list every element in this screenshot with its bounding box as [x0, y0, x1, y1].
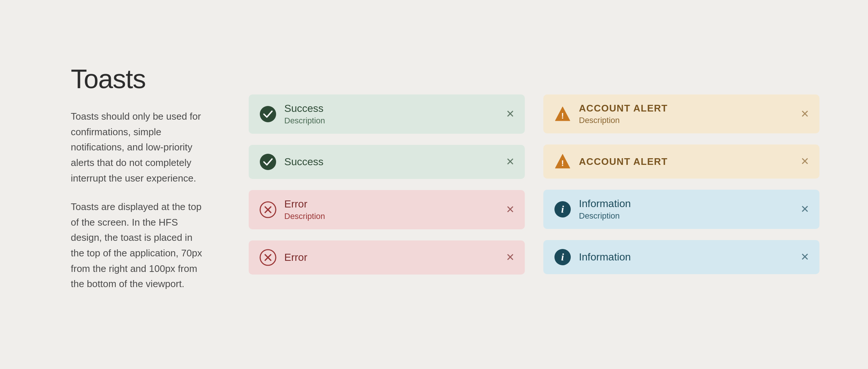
close-button[interactable]: ✕: [506, 157, 514, 167]
toast-description: Description: [579, 116, 668, 125]
toast-description: Description: [579, 211, 631, 221]
error-icon: [259, 249, 277, 266]
toast-information-no-description: i Information ✕: [543, 240, 819, 274]
toast-column-2: ! Account Alert Description ✕: [543, 94, 819, 275]
page-container: Toasts Toasts should only be used for co…: [26, 41, 842, 328]
toast-description: Description: [284, 116, 325, 126]
toast-title: Account Alert: [579, 156, 668, 167]
toast-content: Account Alert Description: [579, 103, 668, 125]
toast-left: Success: [259, 153, 324, 171]
svg-text:i: i: [561, 203, 564, 215]
toast-title: Success: [284, 103, 325, 114]
close-button[interactable]: ✕: [506, 109, 514, 119]
toast-left: Success Description: [259, 103, 325, 126]
close-button[interactable]: ✕: [506, 252, 514, 263]
toast-description: Description: [284, 212, 325, 221]
toast-left: i Information Description: [554, 198, 631, 221]
toast-column-1: Success Description ✕ Succes: [249, 94, 525, 275]
toast-content: Success: [284, 156, 324, 168]
close-button[interactable]: ✕: [801, 204, 809, 215]
success-icon: [259, 105, 277, 123]
svg-text:i: i: [561, 251, 564, 263]
info-icon: i: [554, 248, 572, 266]
svg-point-0: [260, 106, 276, 122]
toast-left: i Information: [554, 248, 631, 266]
toast-title: Information: [579, 251, 631, 263]
svg-text:!: !: [561, 111, 564, 120]
toast-success-no-description: Success ✕: [249, 145, 525, 179]
info-icon: i: [554, 200, 572, 218]
toast-title: Information: [579, 198, 631, 210]
close-button[interactable]: ✕: [801, 109, 809, 119]
toast-title: Success: [284, 156, 324, 168]
description-panel: Toasts Toasts should only be used for co…: [49, 64, 204, 305]
close-button[interactable]: ✕: [801, 252, 809, 262]
toast-title: Error: [284, 252, 307, 263]
toast-content: Account Alert: [579, 156, 668, 167]
toast-success-with-description: Success Description ✕: [249, 94, 525, 134]
toast-information-with-description: i Information Description ✕: [543, 190, 819, 229]
toast-account-alert-with-description: ! Account Alert Description ✕: [543, 94, 819, 133]
toast-left: Error Description: [259, 198, 325, 221]
description-text-2: Toasts are displayed at the top of the s…: [71, 199, 204, 292]
page-title: Toasts: [71, 64, 204, 94]
toast-error-with-description: Error Description ✕: [249, 190, 525, 229]
description-text-1: Toasts should only be used for confirmat…: [71, 109, 204, 186]
toast-content: Information: [579, 251, 631, 263]
warning-icon: !: [554, 105, 572, 123]
toast-title: Account Alert: [579, 103, 668, 114]
toast-content: Information Description: [579, 198, 631, 221]
close-button[interactable]: ✕: [801, 156, 809, 167]
toast-content: Error: [284, 252, 307, 263]
toast-account-alert-no-description: ! Account Alert ✕: [543, 144, 819, 179]
toast-title: Error: [284, 198, 325, 210]
toast-left: ! Account Alert: [554, 153, 668, 170]
toast-content: Success Description: [284, 103, 325, 126]
close-button[interactable]: ✕: [506, 205, 514, 215]
success-icon: [259, 153, 277, 171]
toast-content: Error Description: [284, 198, 325, 221]
warning-icon: !: [554, 153, 572, 170]
toast-left: ! Account Alert Description: [554, 103, 668, 125]
svg-text:!: !: [561, 159, 564, 168]
svg-point-1: [260, 154, 276, 170]
toast-error-no-description: Error ✕: [249, 240, 525, 275]
toasts-grid: Success Description ✕ Succes: [249, 94, 819, 275]
toast-left: Error: [259, 249, 307, 266]
error-icon: [259, 201, 277, 219]
